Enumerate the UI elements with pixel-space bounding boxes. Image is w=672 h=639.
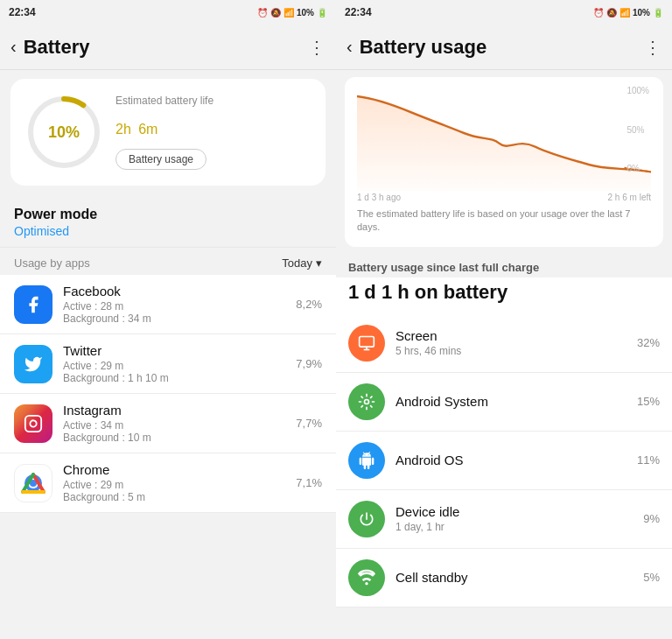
time-right: 22:34: [345, 6, 372, 18]
silent-icon-r: 🔕: [606, 8, 617, 18]
facebook-stats: Active : 28 m Background : 34 m: [63, 300, 296, 325]
menu-icon-left[interactable]: ⋮: [308, 37, 326, 58]
left-panel: 22:34 ⏰ 🔕 📶 10% 🔋 ‹ Battery ⋮ 10% Estima…: [0, 0, 336, 639]
mins-value: 6: [138, 122, 146, 137]
android-system-percent: 15%: [637, 395, 660, 408]
top-bar-right: ‹ Battery usage ⋮: [336, 25, 672, 70]
battery-card: 10% Estimated battery life 2h 6m Battery…: [10, 79, 326, 186]
usage-item-device-idle[interactable]: Device idle 1 day, 1 hr 9%: [336, 490, 672, 549]
battery-chart-container: 100% 50% 0% 1 d 3 h ago 2 h 6 m left The…: [345, 77, 663, 247]
screen-name: Screen: [396, 328, 637, 343]
svg-point-11: [365, 399, 369, 404]
android-os-icon: [348, 442, 385, 479]
usage-period-selector[interactable]: Today ▾: [282, 256, 322, 270]
page-title-right: Battery usage: [360, 36, 644, 59]
menu-icon-right[interactable]: ⋮: [644, 37, 662, 58]
chrome-icon: [14, 464, 52, 502]
android-os-percent: 11%: [637, 453, 660, 467]
status-bar-left: 22:34 ⏰ 🔕 📶 10% 🔋: [0, 0, 336, 25]
cell-standby-details: Cell standby: [396, 570, 643, 585]
back-button-right[interactable]: ‹: [346, 37, 353, 57]
battery-left: 10%: [297, 8, 314, 18]
twitter-details: Twitter Active : 29 m Background : 1 h 1…: [63, 343, 296, 384]
svg-rect-2: [25, 415, 41, 431]
chrome-bg: Background : 5 m: [63, 491, 145, 503]
page-title-left: Battery: [24, 36, 308, 59]
twitter-stats: Active : 29 m Background : 1 h 10 m: [63, 360, 296, 384]
mins-unit: m: [146, 122, 158, 137]
twitter-name: Twitter: [63, 343, 296, 358]
power-mode-section: Power mode Optimised: [0, 194, 336, 248]
status-bar-right: 22:34 ⏰ 🔕 📶 10% 🔋: [336, 0, 672, 25]
y-label-50: 50%: [626, 125, 649, 135]
list-item[interactable]: Facebook Active : 28 m Background : 34 m…: [0, 275, 336, 334]
usage-item-screen[interactable]: Screen 5 hrs, 46 mins 32%: [336, 314, 672, 373]
battery-right: 10%: [633, 8, 650, 18]
battery-circle: 10%: [24, 93, 103, 172]
usage-header: Usage by apps Today ▾: [0, 248, 336, 275]
facebook-details: Facebook Active : 28 m Background : 34 m: [63, 284, 296, 325]
twitter-percent: 7,9%: [296, 357, 322, 370]
silent-icon: 🔕: [270, 8, 281, 18]
list-item[interactable]: Chrome Active : 29 m Background : 5 m 7,…: [0, 453, 336, 513]
device-idle-icon: [348, 501, 385, 537]
alarm-icon-r: ⏰: [593, 8, 604, 18]
usage-item-android-system[interactable]: Android System 15%: [336, 373, 672, 432]
app-list: Facebook Active : 28 m Background : 34 m…: [0, 275, 336, 513]
time-remaining: 2h 6m: [116, 110, 312, 140]
cell-standby-name: Cell standby: [396, 570, 643, 585]
device-idle-percent: 9%: [643, 512, 660, 525]
android-system-details: Android System: [396, 394, 637, 409]
x-label-left: 1 d 3 h ago: [357, 193, 401, 202]
list-item[interactable]: Twitter Active : 29 m Background : 1 h 1…: [0, 334, 336, 394]
twitter-bg: Background : 1 h 10 m: [63, 372, 169, 384]
screen-percent: 32%: [637, 336, 660, 349]
facebook-percent: 8,2%: [296, 298, 322, 311]
battery-percent-label: 10%: [48, 123, 80, 142]
on-battery-time: 1 d 1 h on battery: [336, 277, 672, 312]
usage-item-android-os[interactable]: Android OS 11%: [336, 432, 672, 490]
battery-usage-button[interactable]: Battery usage: [116, 149, 206, 170]
usage-item-cell-standby[interactable]: Cell standby 5%: [336, 549, 672, 607]
device-idle-sub: 1 day, 1 hr: [396, 521, 643, 533]
status-icons-right: ⏰ 🔕 📶 10% 🔋: [593, 8, 663, 18]
device-idle-details: Device idle 1 day, 1 hr: [396, 504, 643, 533]
chrome-active: Active : 29 m: [63, 479, 123, 491]
android-system-name: Android System: [396, 394, 637, 409]
battery-bar-right: 🔋: [653, 8, 663, 18]
facebook-bg: Background : 34 m: [63, 312, 151, 325]
cell-standby-icon: [348, 559, 385, 596]
back-button-left[interactable]: ‹: [10, 37, 17, 57]
top-bar-left: ‹ Battery ⋮: [0, 25, 336, 70]
since-label: Battery usage since last full charge: [336, 254, 672, 277]
right-panel: 22:34 ⏰ 🔕 📶 10% 🔋 ‹ Battery usage ⋮: [336, 0, 672, 639]
chart-note: The estimated battery life is based on y…: [357, 207, 651, 235]
chart-y-labels: 100% 50% 0%: [626, 86, 649, 173]
instagram-details: Instagram Active : 34 m Background : 10 …: [63, 403, 296, 444]
power-mode-label: Power mode: [14, 207, 322, 222]
time-left: 22:34: [9, 6, 36, 18]
x-label-right: 2 h 6 m left: [608, 193, 651, 202]
usage-period-label: Today: [282, 256, 312, 270]
instagram-stats: Active : 34 m Background : 10 m: [63, 419, 296, 444]
chart-svg: [357, 86, 651, 191]
y-label-100: 100%: [626, 86, 649, 95]
battery-chart: 100% 50% 0%: [357, 86, 651, 191]
list-item[interactable]: Instagram Active : 34 m Background : 10 …: [0, 394, 336, 453]
wifi-icon: 📶: [284, 8, 294, 18]
battery-info: Estimated battery life 2h 6m Battery usa…: [116, 95, 312, 170]
wifi-icon-r: 📶: [620, 8, 630, 18]
svg-rect-8: [360, 336, 374, 347]
chrome-details: Chrome Active : 29 m Background : 5 m: [63, 462, 296, 503]
y-label-0: 0%: [626, 164, 649, 173]
instagram-name: Instagram: [63, 403, 296, 418]
chrome-name: Chrome: [63, 462, 296, 477]
android-os-name: Android OS: [396, 453, 637, 467]
device-idle-name: Device idle: [396, 504, 643, 519]
alarm-icon: ⏰: [257, 8, 268, 18]
hours-unit: h: [123, 122, 131, 137]
power-mode-value[interactable]: Optimised: [14, 224, 322, 238]
chart-x-labels: 1 d 3 h ago 2 h 6 m left: [357, 193, 651, 202]
usage-by-apps-title: Usage by apps: [14, 256, 90, 270]
twitter-active: Active : 29 m: [63, 360, 123, 372]
